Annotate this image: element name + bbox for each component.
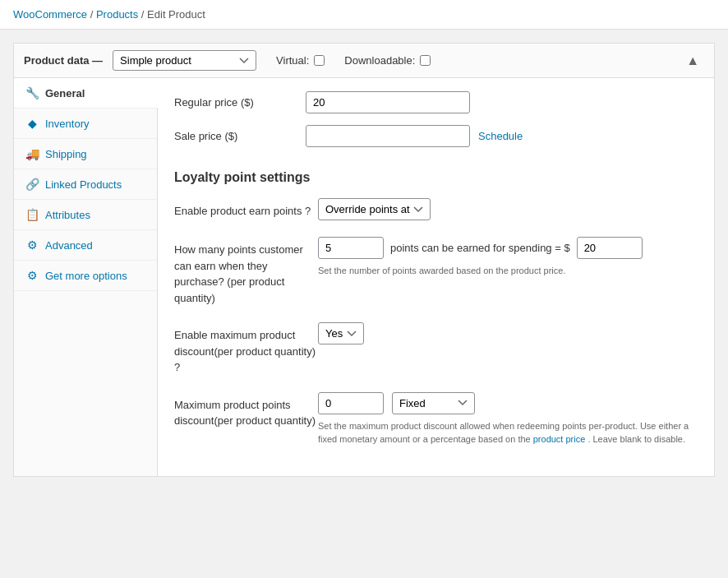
sidebar-item-inventory[interactable]: ◆ Inventory (14, 109, 157, 139)
sidebar-item-advanced[interactable]: ⚙ Advanced (14, 230, 157, 261)
woocommerce-link[interactable]: WooCommerce (13, 8, 87, 21)
sale-price-row: Sale price ($) Schedule (174, 125, 698, 147)
sidebar-item-attributes[interactable]: 📋 Attributes (14, 200, 157, 230)
points-value-input[interactable] (318, 237, 384, 259)
sidebar-label-linked-products: Linked Products (45, 178, 122, 191)
enable-max-label: Enable maximum product discount(per prod… (174, 322, 318, 376)
wrench-icon: 🔧 (25, 86, 39, 99)
enable-earn-row: Enable product earn points ? Override po… (174, 198, 698, 220)
schedule-link[interactable]: Schedule (478, 130, 523, 142)
attributes-icon: 📋 (25, 208, 39, 221)
main-content: Regular price ($) Sale price ($) Schedul… (158, 78, 714, 476)
how-many-points-content: points can be earned for spending = $ Se… (318, 237, 698, 278)
sidebar-item-general[interactable]: 🔧 General (14, 78, 157, 109)
sidebar-item-shipping[interactable]: 🚚 Shipping (14, 139, 157, 169)
spending-value-input[interactable] (577, 237, 643, 259)
discount-type-select[interactable]: Fixed Percentage (392, 392, 475, 414)
sale-price-input[interactable] (306, 125, 470, 147)
downloadable-checkbox[interactable] (420, 55, 431, 66)
discount-inline-row: Fixed Percentage (318, 392, 698, 414)
max-discount-input[interactable] (318, 392, 384, 414)
max-discount-content: Fixed Percentage Set the maximum product… (318, 392, 698, 446)
points-label-text: points can be earned for spending = $ (390, 242, 570, 254)
product-data-container: Product data — Simple product Variable p… (13, 43, 715, 477)
max-discount-row: Maximum product points discount(per prod… (174, 392, 698, 446)
current-page-label: Edit Product (147, 8, 205, 21)
enable-max-row: Enable maximum product discount(per prod… (174, 322, 698, 376)
sidebar-label-shipping: Shipping (45, 148, 87, 160)
points-inline-row: points can be earned for spending = $ (318, 237, 698, 259)
sidebar-label-get-more: Get more options (45, 270, 127, 282)
product-data-header: Product data — Simple product Variable p… (14, 44, 714, 78)
sale-price-label: Sale price ($) (174, 130, 306, 142)
sidebar-label-general: General (45, 87, 85, 99)
product-type-select[interactable]: Simple product Variable product Grouped … (113, 50, 256, 71)
max-discount-label: Maximum product points discount(per prod… (174, 392, 318, 429)
regular-price-row: Regular price ($) (174, 91, 698, 113)
points-help-text: Set the number of points awarded based o… (318, 264, 698, 278)
get-more-icon: ⚙ (25, 269, 39, 282)
loyalty-section-title: Loyalty point settings (174, 164, 698, 185)
advanced-icon: ⚙ (25, 238, 39, 252)
product-data-label: Product data — (24, 54, 103, 67)
how-many-points-row: How many points customer can earn when t… (174, 237, 698, 306)
regular-price-label: Regular price ($) (174, 96, 306, 109)
how-many-points-label: How many points customer can earn when t… (174, 237, 318, 306)
product-price-link[interactable]: product price (533, 434, 586, 444)
sidebar-label-inventory: Inventory (45, 118, 89, 130)
downloadable-label: Downloadable: (344, 54, 415, 67)
sidebar-label-advanced: Advanced (45, 239, 93, 252)
enable-max-select[interactable]: Yes No (318, 322, 364, 344)
enable-earn-content: Override points at Disabled Fixed Multip… (318, 198, 698, 220)
regular-price-input[interactable] (306, 91, 470, 113)
link-icon: 🔗 (25, 178, 39, 191)
breadcrumb: WooCommerce / Products / Edit Product (0, 0, 728, 30)
products-link[interactable]: Products (96, 8, 138, 21)
sidebar-item-get-more[interactable]: ⚙ Get more options (14, 261, 157, 291)
sidebar-item-linked-products[interactable]: 🔗 Linked Products (14, 169, 157, 200)
enable-earn-label: Enable product earn points ? (174, 198, 318, 220)
sidebar-label-attributes: Attributes (45, 209, 90, 221)
downloadable-group: Downloadable: (344, 54, 431, 67)
max-discount-help: Set the maximum product discount allowed… (318, 419, 698, 446)
enable-max-content: Yes No (318, 322, 698, 344)
virtual-group: Virtual: (276, 54, 325, 67)
enable-earn-select[interactable]: Override points at Disabled Fixed Multip… (318, 198, 431, 220)
inventory-icon: ◆ (25, 117, 39, 130)
shipping-icon: 🚚 (25, 147, 39, 160)
collapse-button[interactable]: ▲ (681, 52, 704, 70)
product-data-body: 🔧 General ◆ Inventory 🚚 Shipping 🔗 Linke… (14, 78, 714, 476)
virtual-label: Virtual: (276, 54, 309, 67)
virtual-checkbox[interactable] (314, 55, 325, 66)
sidebar: 🔧 General ◆ Inventory 🚚 Shipping 🔗 Linke… (14, 78, 158, 476)
